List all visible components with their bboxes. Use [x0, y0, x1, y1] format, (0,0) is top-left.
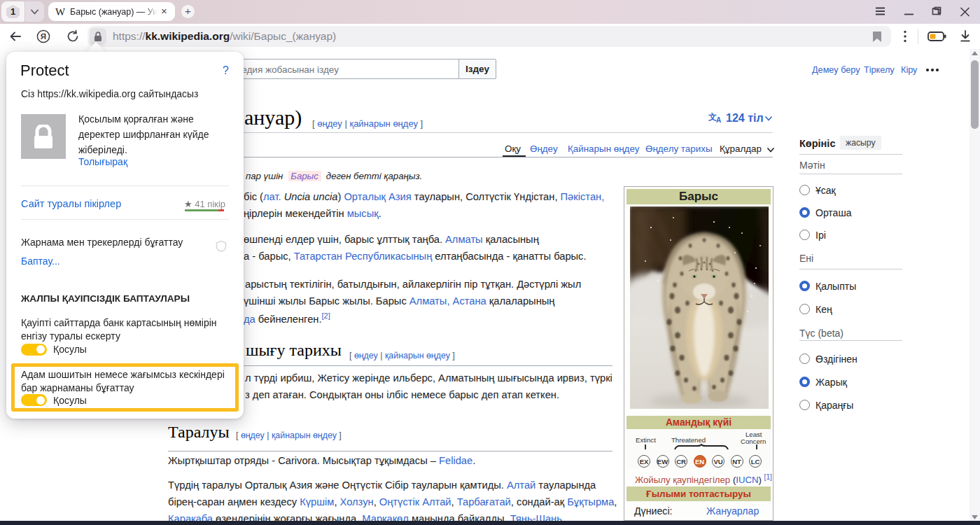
svg-text:A: A	[716, 116, 721, 124]
svg-text:Я: Я	[41, 32, 46, 41]
